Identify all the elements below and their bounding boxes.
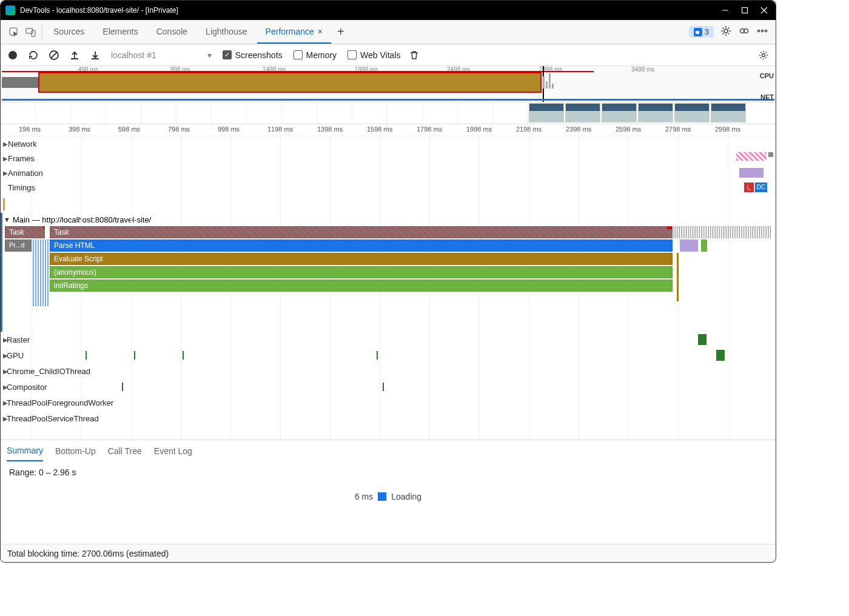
- timing-marker-dc[interactable]: DC: [755, 182, 767, 192]
- legend-label: Loading: [391, 492, 421, 501]
- track-animation[interactable]: ▶Animation: [1, 166, 776, 180]
- svg-rect-1: [742, 8, 748, 13]
- legend-color-loading: [378, 492, 386, 501]
- overview-cpu-spikes: [543, 73, 616, 90]
- flame-prd[interactable]: Pr...d: [5, 239, 32, 252]
- experiments-icon[interactable]: [738, 25, 750, 39]
- add-tab-button[interactable]: +: [332, 25, 349, 39]
- svg-point-12: [761, 30, 763, 32]
- delete-profile-icon[interactable]: [407, 48, 421, 62]
- screenshot-thumb[interactable]: [602, 103, 637, 122]
- flame-micro-bars: [33, 239, 49, 306]
- overview-pre-activity: [2, 77, 39, 88]
- capture-settings-gear-icon[interactable]: [756, 48, 771, 62]
- flame-task[interactable]: Task: [5, 226, 45, 238]
- track-raster[interactable]: ▶Raster: [1, 332, 776, 347]
- timeline-overview[interactable]: 498 ms 998 ms 1498 ms 1998 ms 2498 ms 29…: [1, 66, 776, 102]
- bottom-tab-call-tree[interactable]: Call Tree: [108, 441, 142, 461]
- overview-selection-handle[interactable]: [38, 72, 542, 93]
- tab-lighthouse[interactable]: Lighthouse: [197, 21, 256, 44]
- window-title: DevTools - localhost:8080/travel-site/ -…: [20, 6, 721, 15]
- screenshot-thumb[interactable]: [674, 103, 710, 122]
- screenshot-thumb[interactable]: [711, 103, 746, 122]
- profile-selector[interactable]: localhost #1▾: [111, 50, 212, 60]
- performance-toolbar: localhost #1▾ Screenshots Memory Web Vit…: [1, 44, 776, 66]
- tab-console[interactable]: Console: [148, 21, 196, 44]
- timing-marker-l[interactable]: L: [744, 182, 754, 192]
- overview-net-label: NET: [760, 93, 774, 101]
- flame-post-activity: [674, 226, 776, 305]
- tab-sources[interactable]: Sources: [45, 21, 93, 44]
- svg-point-8: [724, 29, 728, 33]
- bottom-tab-event-log[interactable]: Event Log: [154, 441, 192, 461]
- status-bar: Total blocking time: 2700.06ms (estimate…: [1, 544, 775, 562]
- screenshot-thumb[interactable]: [529, 103, 564, 122]
- svg-line-15: [51, 52, 57, 58]
- reload-record-button[interactable]: [26, 48, 41, 62]
- tab-elements[interactable]: Elements: [94, 21, 146, 44]
- web-vitals-checkbox[interactable]: Web Vitals: [347, 50, 400, 60]
- track-network[interactable]: ▶Network: [1, 136, 776, 151]
- issues-badge[interactable]: 3: [689, 26, 714, 38]
- issues-icon: [694, 28, 702, 36]
- overview-cpu-label: CPU: [760, 72, 774, 79]
- device-toolbar-icon[interactable]: [22, 24, 39, 41]
- flame-anonymous[interactable]: (anonymous): [50, 266, 673, 278]
- maximize-button[interactable]: [740, 6, 749, 15]
- devtools-tabstrip: Sources Elements Console Lighthouse Perf…: [1, 20, 776, 44]
- screenshots-filmstrip[interactable]: [1, 102, 776, 124]
- upload-profile-icon[interactable]: [67, 48, 82, 62]
- more-menu-icon[interactable]: [756, 25, 768, 39]
- flame-parse-html[interactable]: Parse HTML: [50, 239, 673, 252]
- flamechart-pane[interactable]: ▶Network ▶Frames ▶Animation ▶Timings L D…: [1, 136, 776, 440]
- screenshot-thumb[interactable]: [565, 103, 600, 122]
- track-child-io[interactable]: ▶Chrome_ChildIOThread: [1, 363, 776, 379]
- time-ruler[interactable]: 198 ms 398 ms 598 ms 798 ms 998 ms 1198 …: [1, 124, 776, 136]
- anim-marker: [739, 168, 763, 178]
- download-profile-icon[interactable]: [88, 48, 102, 62]
- close-icon[interactable]: ×: [318, 27, 323, 36]
- frames-marker: [736, 152, 767, 161]
- record-button[interactable]: [5, 48, 20, 62]
- legend-time: 6 ms: [355, 492, 373, 501]
- close-window-button[interactable]: [760, 6, 768, 15]
- settings-gear-icon[interactable]: [720, 25, 732, 39]
- separator: [42, 25, 42, 39]
- inspect-element-icon[interactable]: [5, 24, 22, 41]
- track-compositor[interactable]: ▶Compositor: [1, 379, 776, 395]
- summary-range: Range: 0 – 2.96 s: [9, 467, 767, 477]
- devtools-app-icon: [5, 5, 15, 15]
- main-thread-flamechart[interactable]: Task Task Pr...d Parse HTML Evaluate Scr…: [1, 226, 776, 332]
- svg-point-13: [765, 30, 767, 32]
- overview-net-strip: [2, 99, 774, 101]
- summary-pane: Range: 0 – 2.96 s 6 ms Loading: [1, 461, 776, 507]
- memory-checkbox[interactable]: Memory: [294, 50, 337, 60]
- track-threadpool-fg[interactable]: ▶ThreadPoolForegroundWorker: [1, 395, 776, 410]
- window-titlebar: DevTools - localhost:8080/travel-site/ -…: [1, 1, 776, 20]
- issues-count: 3: [705, 27, 709, 36]
- track-threadpool-svc[interactable]: ▶ThreadPoolServiceThread: [1, 410, 776, 426]
- bottom-tab-summary[interactable]: Summary: [7, 441, 43, 461]
- track-main-header[interactable]: ▼Main — http://localhost:8080/travel-sit…: [1, 213, 776, 226]
- flame-task[interactable]: Task: [50, 226, 673, 238]
- track-gpu[interactable]: ▶GPU: [1, 347, 776, 363]
- details-tabstrip: Summary Bottom-Up Call Tree Event Log: [1, 440, 776, 461]
- svg-rect-7: [696, 31, 699, 34]
- screenshot-thumb[interactable]: [638, 103, 673, 122]
- svg-point-16: [762, 53, 765, 56]
- clear-button[interactable]: [47, 48, 61, 62]
- screenshots-checkbox[interactable]: Screenshots: [223, 50, 283, 60]
- track-timings[interactable]: ▶Timings L DC: [1, 180, 776, 195]
- tab-performance[interactable]: Performance×: [257, 21, 331, 44]
- minimize-button[interactable]: [721, 6, 730, 15]
- flame-init-ratings[interactable]: initRatings: [50, 280, 673, 292]
- svg-point-11: [757, 30, 759, 32]
- bottom-tab-bottom-up[interactable]: Bottom-Up: [55, 441, 96, 461]
- total-blocking-time: Total blocking time: 2700.06ms (estimate…: [7, 549, 169, 558]
- flame-evaluate-script[interactable]: Evaluate Script: [50, 253, 673, 265]
- track-frames[interactable]: ▶Frames: [1, 151, 776, 166]
